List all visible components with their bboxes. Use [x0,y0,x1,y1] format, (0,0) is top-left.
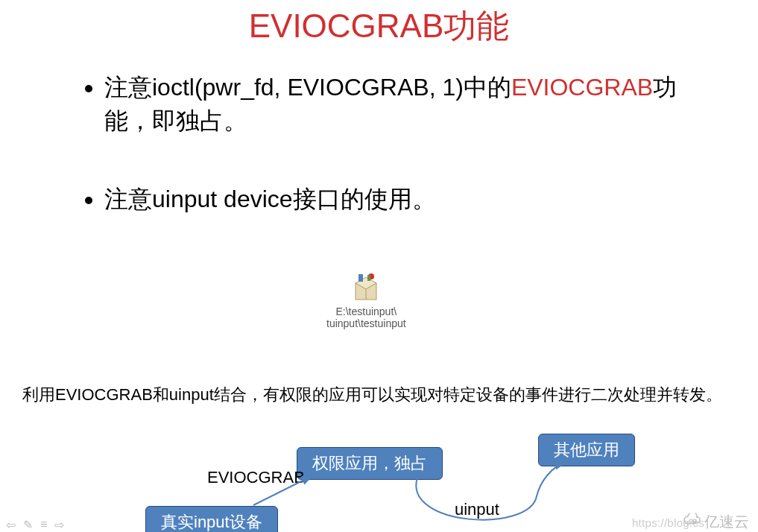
svg-rect-3 [359,274,363,282]
file-label-line2: tuinput\testuinput [326,317,406,329]
label-eviocgrab: EVIOCGRAB [207,468,305,487]
site-logo: 亿速云 [683,512,749,532]
slide: EVIOCGRAB功能 注意ioctl(pwr_fd, EVIOCGRAB, 1… [0,4,758,532]
summary-text: 利用EVIOCGRAB和uinput结合，有权限的应用可以实现对特定设备的事件进… [22,383,736,407]
slide-toolbar: ⇦ ✎ ≡ ⇨ [6,518,64,532]
label-uinput: uinput [455,500,499,519]
bullet-text-pre: 注意ioctl(pwr_fd, EVIOCGRAB, 1)中的 [104,74,511,101]
prev-icon[interactable]: ⇦ [6,518,16,532]
svg-rect-5 [367,275,370,281]
svg-point-7 [693,519,696,522]
bullet-text-red: EVIOCGRAB [511,74,653,101]
box-real-input-device: 真实input设备 [145,506,278,532]
next-icon[interactable]: ⇨ [54,518,64,532]
logo-text: 亿速云 [704,512,749,532]
bullet-list: 注意ioctl(pwr_fd, EVIOCGRAB, 1)中的EVIOCGRAB… [75,71,713,215]
box-other-app: 其他应用 [538,434,635,466]
cloud-icon [683,513,702,531]
bullet-item: 注意uinput device接口的使用。 [104,183,713,216]
slide-title: EVIOCGRAB功能 [0,4,758,48]
menu-icon[interactable]: ≡ [40,518,47,532]
box-privileged-app: 权限应用，独占 [297,447,443,480]
file-label-line1: E:\testuinput\ [326,305,406,317]
pen-icon[interactable]: ✎ [23,518,33,532]
embedded-file[interactable]: E:\testuinput\ tuinput\testuinput [326,273,406,329]
bullet-text-pre: 注意uinput device接口的使用。 [104,186,436,212]
bullet-item: 注意ioctl(pwr_fd, EVIOCGRAB, 1)中的EVIOCGRAB… [104,71,713,138]
package-icon [351,273,381,303]
svg-point-6 [689,519,692,522]
